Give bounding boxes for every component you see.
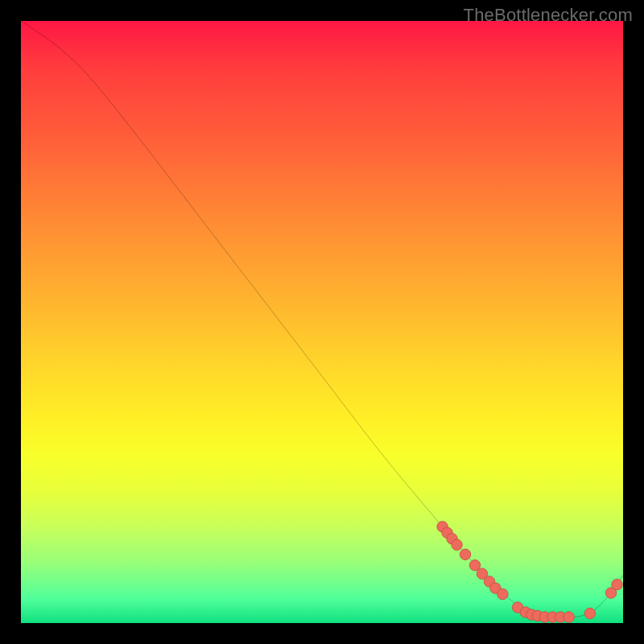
data-point: [497, 588, 508, 599]
data-point: [612, 579, 622, 589]
data-point: [564, 612, 574, 622]
plot-area: [21, 21, 623, 623]
data-point: [460, 549, 470, 559]
data-markers: [437, 522, 622, 623]
chart-frame: TheBottlenecker.com: [0, 0, 644, 644]
data-point: [452, 539, 462, 550]
curve-layer: [21, 21, 623, 623]
bottleneck-curve: [21, 21, 623, 617]
data-point: [584, 608, 595, 618]
